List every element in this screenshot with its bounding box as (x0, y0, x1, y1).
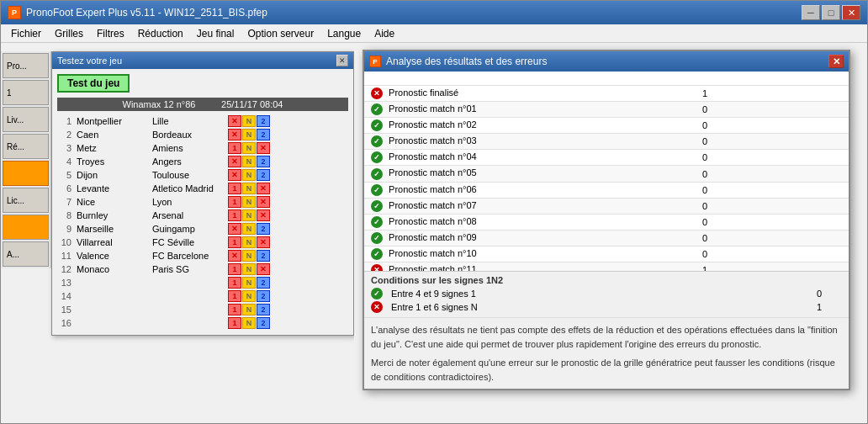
sign-box[interactable]: N (242, 196, 256, 208)
analysis-row[interactable]: ✓ Pronostic match n°01 0 (364, 102, 849, 118)
analysis-row[interactable]: ✓ Pronostic match n°04 0 (364, 150, 849, 166)
analysis-row[interactable]: ✓ Pronostic match n°05 0 (364, 166, 849, 182)
maximize-button[interactable]: □ (822, 5, 840, 20)
sign-box[interactable]: 1 (228, 142, 241, 154)
side-item-5[interactable] (3, 161, 49, 186)
sign-box[interactable]: ✕ (228, 115, 241, 127)
sign-box[interactable]: 2 (257, 115, 270, 127)
sign-box[interactable]: 2 (257, 317, 270, 329)
analysis-row[interactable]: ✓ Pronostic match n°09 0 (364, 230, 849, 246)
sign-box[interactable]: ✕ (257, 263, 270, 275)
analysis-row-errors: 0 (696, 150, 849, 166)
analysis-row-label: ✓ Pronostic match n°01 (364, 102, 696, 118)
analysis-row[interactable]: ✓ Pronostic match n°07 0 (364, 198, 849, 214)
sign-box[interactable]: 1 (228, 304, 241, 315)
home-team (74, 289, 150, 303)
sign-box[interactable]: 1 (228, 263, 241, 275)
menu-fichier[interactable]: Fichier (4, 26, 48, 41)
sign-box[interactable]: 1 (228, 183, 241, 194)
status-icon: ✓ (371, 135, 383, 147)
away-team (150, 303, 225, 316)
analysis-row[interactable]: ✕ Pronostic match n°11 1 (364, 262, 849, 271)
sign-box[interactable]: 2 (257, 169, 270, 181)
sign-box[interactable]: ✕ (257, 142, 270, 154)
analysis-row[interactable]: ✓ Pronostic match n°02 0 (364, 118, 849, 134)
sign-box[interactable]: N (242, 263, 256, 275)
sign-box[interactable]: 1 (228, 236, 241, 248)
sign-box[interactable]: 2 (257, 304, 270, 315)
sign-box[interactable]: 2 (257, 156, 270, 167)
sign-box[interactable]: N (242, 223, 256, 235)
match-num: 2 (57, 128, 74, 141)
menu-jeu-final[interactable]: Jeu final (190, 26, 241, 41)
analysis-table-scroll[interactable]: ✕ Pronostic finalisé 1 ✓ Pronostic match… (364, 86, 849, 271)
analysis-row[interactable]: ✓ Pronostic match n°08 0 (364, 214, 849, 230)
sign-box[interactable]: N (242, 183, 256, 194)
sign-box[interactable]: 1 (228, 196, 241, 208)
sign-box[interactable]: ✕ (228, 250, 241, 262)
analysis-row-errors: 0 (696, 246, 849, 262)
menu-aide[interactable]: Aide (368, 26, 401, 41)
sign-box[interactable]: 2 (257, 129, 270, 140)
menu-option-serveur[interactable]: Option serveur (241, 26, 320, 41)
analysis-row[interactable]: ✓ Pronostic match n°03 0 (364, 134, 849, 150)
sign-box[interactable]: ✕ (228, 169, 241, 181)
sign-box[interactable]: ✕ (257, 183, 270, 194)
sign-box[interactable]: N (242, 209, 256, 221)
sign-box[interactable]: N (242, 236, 256, 248)
analysis-close-button[interactable]: ✕ (828, 55, 844, 68)
analysis-row[interactable]: ✓ Pronostic match n°06 0 (364, 182, 849, 198)
sign-box[interactable]: N (242, 277, 256, 289)
analysis-row-label: ✓ Pronostic match n°09 (364, 230, 696, 246)
side-item-2[interactable]: 1 (3, 80, 49, 105)
sign-box[interactable]: 1 (228, 209, 241, 221)
side-item-7[interactable] (3, 215, 49, 240)
close-button[interactable]: ✕ (842, 5, 860, 20)
sign-box[interactable]: N (242, 290, 256, 302)
conditions-section: Conditions sur les signes 1N2 ✓ Entre 4 … (364, 271, 849, 317)
sign-box[interactable]: ✕ (228, 156, 241, 167)
testez-close-button[interactable]: ✕ (336, 55, 348, 66)
side-item-8[interactable]: A... (3, 241, 49, 267)
minimize-button[interactable]: ─ (802, 5, 820, 20)
analysis-rows-table: ✕ Pronostic finalisé 1 ✓ Pronostic match… (364, 86, 849, 271)
sign-box[interactable]: 2 (257, 223, 270, 235)
menu-langue[interactable]: Langue (320, 26, 368, 41)
sign-box[interactable]: N (242, 169, 256, 181)
home-team: Villarreal (74, 236, 150, 249)
sign-box[interactable]: ✕ (228, 129, 241, 140)
sign-box[interactable]: ✕ (228, 223, 241, 235)
menu-reduction[interactable]: Réduction (131, 26, 190, 41)
home-team: Burnley (74, 209, 150, 222)
sign-box[interactable]: N (242, 250, 256, 262)
analysis-title-bar: P Analyse des résultats et des erreurs ✕ (364, 51, 849, 72)
content-area: Pro... 1 Liv... Ré... Lic... A... Testez… (1, 43, 867, 424)
match-num: 3 (57, 141, 74, 155)
status-icon: ✓ (371, 119, 383, 131)
menu-grilles[interactable]: Grilles (48, 26, 90, 41)
sign-box[interactable]: N (242, 156, 256, 167)
away-team: Amiens (150, 141, 225, 155)
sign-box[interactable]: 2 (257, 277, 270, 289)
side-item-1[interactable]: Pro... (3, 53, 49, 78)
analysis-row[interactable]: ✕ Pronostic finalisé 1 (364, 86, 849, 102)
status-icon: ✕ (371, 264, 383, 271)
side-item-3[interactable]: Liv... (3, 107, 49, 132)
analysis-row[interactable]: ✓ Pronostic match n°10 0 (364, 246, 849, 262)
sign-box[interactable]: ✕ (257, 196, 270, 208)
menu-filtres[interactable]: Filtres (90, 26, 131, 41)
sign-box[interactable]: 1 (228, 317, 241, 329)
sign-box[interactable]: N (242, 142, 256, 154)
sign-box[interactable]: ✕ (257, 209, 270, 221)
sign-box[interactable]: ✕ (257, 236, 270, 248)
sign-box[interactable]: N (242, 115, 256, 127)
sign-box[interactable]: 1 (228, 290, 241, 302)
sign-box[interactable]: N (242, 317, 256, 329)
side-item-6[interactable]: Lic... (3, 188, 49, 213)
sign-box[interactable]: N (242, 304, 256, 315)
sign-box[interactable]: 1 (228, 277, 241, 289)
sign-box[interactable]: N (242, 129, 256, 140)
side-item-4[interactable]: Ré... (3, 134, 49, 159)
sign-box[interactable]: 2 (257, 290, 270, 302)
sign-box[interactable]: 2 (257, 250, 270, 262)
